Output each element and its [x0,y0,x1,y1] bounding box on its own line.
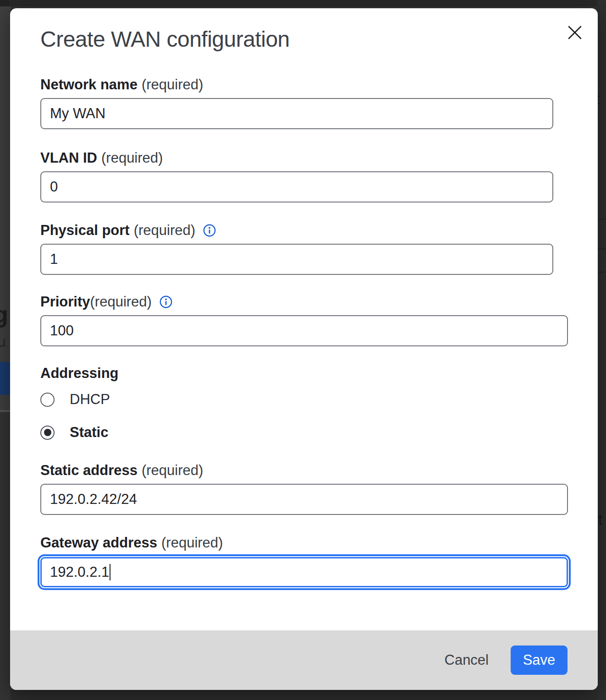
physical-port-value: 1 [50,251,58,268]
priority-value: 100 [50,323,74,339]
cancel-button[interactable]: Cancel [445,652,489,668]
priority-label: Priority [40,293,90,311]
info-icon[interactable] [159,295,173,309]
priority-input[interactable]: 100 [40,315,568,346]
backdrop-right-line [597,219,606,219]
addressing-option-dhcp[interactable]: DHCP [40,392,598,407]
required-marker: (required) [161,534,223,552]
field-gateway-address: Gateway address (required) 192.0.2.1 [40,534,598,587]
physical-port-input[interactable]: 1 [40,244,553,275]
physical-port-label: Physical port [40,222,130,239]
background-text-fragment: t [598,510,602,528]
backdrop-left-strip [0,6,11,412]
required-marker: (required) [142,462,203,479]
create-wan-configuration-dialog: Create WAN configuration Network name (r… [10,8,598,690]
network-name-label: Network name [40,76,138,93]
backdrop-left-divider [0,410,11,412]
addressing-heading: Addressing [40,365,598,382]
field-priority: Priority (required) 100 [40,293,598,346]
background-text-fragment: g [0,301,8,328]
required-marker: (required) [90,293,152,311]
backdrop-bottom-strip [11,690,597,700]
network-name-input[interactable]: My WAN [40,98,553,129]
field-physical-port: Physical port (required) 1 [40,222,598,275]
vlan-id-input[interactable]: 0 [40,171,553,202]
radio-unselected-icon[interactable] [40,393,55,407]
required-marker: (required) [101,149,163,167]
vlan-id-value: 0 [50,179,58,195]
vlan-id-label: VLAN ID [40,149,97,167]
save-button[interactable]: Save [511,645,567,675]
backdrop-top-band [0,0,606,6]
dhcp-option-label: DHCP [70,391,110,408]
gateway-address-value: 192.0.2.1 [50,564,109,580]
static-address-value: 192.0.2.42/24 [50,491,137,508]
static-option-label: Static [70,424,108,441]
backdrop-left-strip-lower [0,412,11,700]
gateway-address-input[interactable]: 192.0.2.1 [40,557,568,587]
close-button[interactable] [566,23,584,42]
gateway-address-label: Gateway address [40,534,157,552]
required-marker: (required) [134,222,195,239]
network-name-value: My WAN [50,105,105,122]
required-marker: (required) [142,76,203,93]
static-address-label: Static address [40,462,138,479]
dialog-title: Create WAN configuration [40,8,598,52]
backdrop-right-line [597,248,606,249]
static-address-input[interactable]: 192.0.2.42/24 [40,484,568,515]
field-network-name: Network name (required) My WAN [40,76,598,129]
radio-selected-icon[interactable] [40,426,55,440]
background-text-fragment: u [0,333,6,350]
field-static-address: Static address (required) 192.0.2.42/24 [40,462,598,515]
info-icon[interactable] [203,224,216,237]
close-icon [567,25,583,40]
addressing-option-static[interactable]: Static [40,425,598,440]
dialog-footer: Cancel Save [10,630,598,690]
text-cursor [110,564,110,580]
field-vlan-id: VLAN ID (required) 0 [40,149,598,202]
backdrop-right-line [597,272,606,273]
